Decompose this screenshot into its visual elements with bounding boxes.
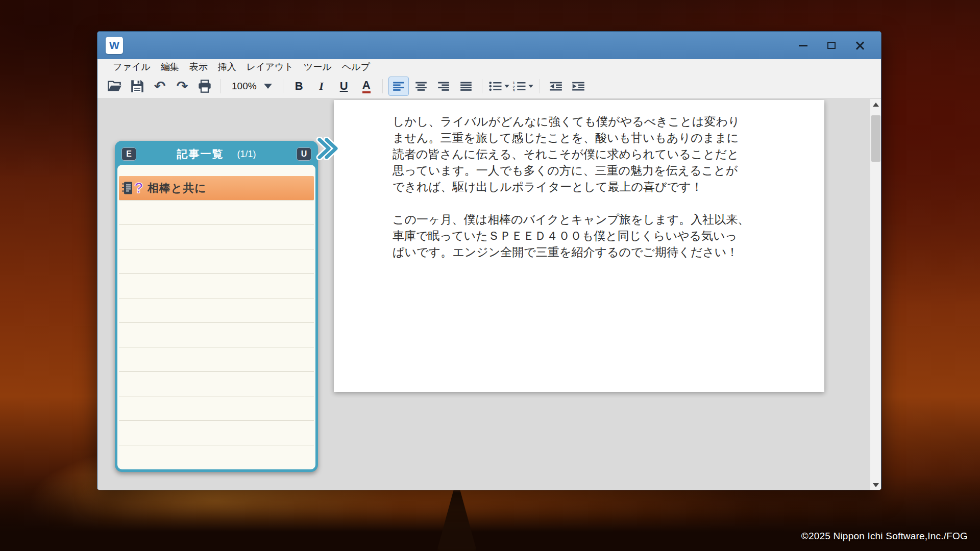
document-page[interactable]: しかし、ライバルがどんなに強くても僕がやるべきことは変わりません。三重を旅して感…: [334, 100, 824, 392]
align-right-icon: [437, 81, 450, 91]
text-line: ません。三重を旅して感じたことを、酸いも甘いもありのままに: [393, 130, 794, 146]
open-folder-icon: [108, 80, 122, 92]
menu-item[interactable]: ファイル: [110, 61, 154, 73]
empty-list-row: [119, 445, 314, 469]
empty-list-row: [119, 298, 314, 323]
article-title: 相棒と共に: [148, 181, 207, 196]
text-line: ぱいです。エンジン全開で三重を紹介するのでご期待ください！: [393, 244, 794, 260]
panel-expand-chevron-icon[interactable]: [316, 137, 339, 160]
align-justify-icon: [460, 81, 472, 91]
empty-list-row: [119, 396, 314, 421]
empty-list-row: [119, 347, 314, 372]
menu-item[interactable]: ツール: [301, 61, 335, 73]
editor-content-area: しかし、ライバルがどんなに強くても僕がやるべきことは変わりません。三重を旅して感…: [97, 99, 881, 490]
new-article-question-badge: ?: [134, 181, 143, 195]
toolbar-separator: [540, 79, 540, 93]
bullet-list-button[interactable]: [488, 77, 510, 96]
redo-button[interactable]: ↷: [172, 77, 192, 96]
vertical-scrollbar[interactable]: [870, 99, 881, 490]
triangle-up-icon: [873, 103, 879, 107]
text-line: 読者の皆さんに伝える、それこそが僕に求められていることだと: [393, 146, 794, 162]
article-list: ? 相棒と共に: [117, 165, 315, 469]
menu-item[interactable]: 挿入: [215, 61, 239, 73]
bullet-list-icon: [488, 81, 502, 91]
open-file-button[interactable]: [105, 77, 125, 96]
menu-item[interactable]: 編集: [158, 61, 182, 73]
decrease-indent-button[interactable]: [546, 77, 566, 96]
prev-tab-key-badge[interactable]: E: [121, 147, 136, 161]
text-line: しかし、ライバルがどんなに強くても僕がやるべきことは変わり: [393, 113, 794, 130]
scroll-down-button[interactable]: [870, 480, 881, 490]
menu-item[interactable]: 表示: [186, 61, 211, 73]
text-line: できれば、駆け出しルポライターとして最上の喜びです！: [393, 179, 794, 195]
chevron-down-icon: [264, 84, 272, 89]
increase-indent-button[interactable]: [568, 77, 589, 96]
menu-bar: ファイル編集表示挿入レイアウトツールヘルプ: [97, 59, 881, 74]
indent-icon: [572, 81, 585, 91]
italic-icon: I: [319, 80, 324, 93]
save-icon: [131, 80, 144, 93]
empty-list-row: [119, 372, 314, 396]
align-left-button[interactable]: [388, 77, 409, 96]
empty-list-row: [119, 225, 314, 249]
underline-button[interactable]: U: [334, 77, 354, 96]
undo-button[interactable]: ↶: [150, 77, 170, 96]
empty-list-row: [119, 201, 314, 225]
print-button[interactable]: [194, 77, 215, 96]
zoom-dropdown[interactable]: 100%: [227, 81, 277, 92]
align-justify-button[interactable]: [456, 77, 476, 96]
notebook-icon: [122, 181, 133, 195]
triangle-down-icon: [873, 483, 879, 487]
paragraph: しかし、ライバルがどんなに強くても僕がやるべきことは変わりません。三重を旅して感…: [393, 113, 794, 195]
bold-icon: B: [295, 80, 303, 93]
title-bar[interactable]: W: [97, 32, 881, 59]
svg-text:3: 3: [512, 88, 514, 91]
minimize-button[interactable]: [794, 38, 812, 53]
scrollbar-thumb[interactable]: [871, 115, 880, 162]
align-center-icon: [415, 81, 427, 91]
minimize-icon: [799, 45, 807, 46]
menu-item[interactable]: レイアウト: [243, 61, 297, 73]
document-text: しかし、ライバルがどんなに強くても僕がやるべきことは変わりません。三重を旅して感…: [393, 113, 794, 260]
undo-icon: ↶: [154, 80, 166, 93]
bold-button[interactable]: B: [289, 77, 309, 96]
menu-item[interactable]: ヘルプ: [339, 61, 373, 73]
copyright-notice: ©2025 Nippon Ichi Software,Inc./FOG: [801, 531, 968, 542]
toolbar: ↶ ↷ 100% B I U A: [97, 74, 881, 99]
app-icon: W: [106, 37, 123, 54]
underline-icon: U: [340, 80, 348, 93]
zoom-value: 100%: [232, 81, 257, 92]
align-center-button[interactable]: [411, 77, 431, 96]
toolbar-separator: [382, 79, 383, 93]
maximize-icon: [827, 42, 836, 49]
empty-list-row: [119, 249, 314, 274]
article-list-item[interactable]: ? 相棒と共に: [119, 176, 314, 201]
word-processor-window: W ファイル編集表示挿入レイアウトツールヘルプ: [97, 31, 881, 490]
save-button[interactable]: [127, 77, 148, 96]
align-left-icon: [393, 81, 405, 91]
printer-icon: [198, 80, 212, 93]
maximize-button[interactable]: [823, 38, 840, 53]
next-tab-key-badge[interactable]: U: [297, 147, 311, 161]
toolbar-separator: [220, 79, 221, 93]
empty-list-row: [119, 421, 314, 445]
align-right-button[interactable]: [433, 77, 454, 96]
font-color-button[interactable]: A: [356, 77, 377, 96]
text-line: 思っています。一人でも多くの方に、三重の魅力を伝えることが: [393, 162, 794, 179]
close-icon: [855, 41, 865, 50]
empty-list-row: [119, 323, 314, 347]
toolbar-separator: [482, 79, 482, 93]
scroll-up-button[interactable]: [870, 99, 881, 110]
panel-title: 記事一覧: [177, 147, 224, 161]
window-controls: [794, 38, 873, 53]
italic-button[interactable]: I: [311, 77, 332, 96]
redo-icon: ↷: [177, 80, 188, 93]
article-list-header: E 記事一覧 (1/1) U: [117, 143, 315, 165]
close-button[interactable]: [851, 38, 869, 53]
chevron-down-icon: [504, 85, 509, 88]
paragraph: この一ヶ月、僕は相棒のバイクとキャンプ旅をします。入社以来、車庫で眠っていたＳＰ…: [393, 211, 794, 260]
article-list-panel: E 記事一覧 (1/1) U: [115, 141, 318, 472]
font-color-icon: A: [362, 80, 371, 93]
numbered-list-button[interactable]: 123: [512, 77, 534, 96]
app-icon-letter: W: [109, 39, 119, 52]
